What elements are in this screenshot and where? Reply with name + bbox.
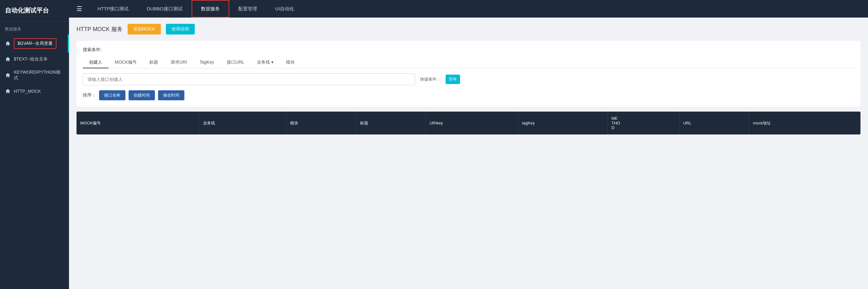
search-tab-creator[interactable]: 创建人 bbox=[83, 57, 108, 68]
quick-condition-button[interactable]: 所有 bbox=[445, 74, 460, 84]
sort-row: 排序： 接口名称 创建时间 修改时间 bbox=[83, 90, 854, 100]
search-input[interactable] bbox=[83, 73, 415, 85]
sidebar-item-label-text: $TEXT--组合文本 bbox=[14, 57, 48, 62]
topnav-tabs: HTTP接口测试 DUBBO接口测试 数据服务 配置管理 UI自动化 bbox=[88, 0, 303, 18]
data-table: MOCK编号 业务线 模块 标题 URIkey tagKey ME THO D … bbox=[76, 111, 861, 134]
search-tab-biz[interactable]: 业务线 ▾ bbox=[251, 57, 280, 68]
search-tab-mock-no[interactable]: MOCK编号 bbox=[108, 57, 143, 68]
sidebar-item-label-http-mock: HTTP_MOCK bbox=[14, 89, 41, 94]
service-title: HTTP MOCK 服务 bbox=[76, 25, 123, 33]
search-section: 搜索条件: 创建人 MOCK编号 标题 请求URI TagKey bbox=[76, 41, 861, 106]
search-tab-module[interactable]: 模块 bbox=[280, 57, 301, 68]
th-url: URL bbox=[679, 111, 749, 134]
hamburger-icon[interactable]: ☰ bbox=[74, 2, 85, 15]
home-icon-gvar bbox=[5, 41, 11, 46]
th-mock-no: MOCK编号 bbox=[76, 111, 199, 134]
th-biz-line: 业务线 bbox=[199, 111, 286, 134]
sort-by-update-time-button[interactable]: 修改时间 bbox=[158, 90, 184, 100]
service-header: HTTP MOCK 服务 添加MOCK 使用说明 bbox=[76, 24, 861, 34]
sort-label: 排序： bbox=[83, 93, 96, 98]
content-area: HTTP MOCK 服务 添加MOCK 使用说明 搜索条件: 创建人 MOCK编… bbox=[69, 18, 868, 289]
sidebar: 自动化测试平台 数据服务 $GVAR--全局变量 $TEXT--组合文本 KEY… bbox=[0, 0, 69, 289]
tab-dubbo[interactable]: DUBBO接口测试 bbox=[138, 0, 191, 18]
th-mock-addr: mock地址 bbox=[749, 111, 861, 134]
tab-data[interactable]: 数据服务 bbox=[192, 0, 229, 18]
home-icon-text bbox=[5, 57, 11, 62]
th-title: 标题 bbox=[356, 111, 426, 134]
topnav: ☰ HTTP接口测试 DUBBO接口测试 数据服务 配置管理 UI自动化 bbox=[69, 0, 868, 18]
sidebar-section-title: 数据服务 bbox=[0, 21, 69, 34]
add-mock-button[interactable]: 添加MOCK bbox=[128, 24, 161, 34]
tab-ui[interactable]: UI自动化 bbox=[266, 0, 303, 18]
search-tabs: 创建人 MOCK编号 标题 请求URI TagKey 接口URL bbox=[83, 57, 854, 68]
home-icon-http-mock bbox=[5, 88, 11, 94]
sidebar-item-label-keyword: KEYWORD/PYTHON模式 bbox=[14, 70, 64, 81]
search-tab-tagkey[interactable]: TagKey bbox=[193, 57, 220, 68]
search-tab-title[interactable]: 标题 bbox=[143, 57, 164, 68]
sort-by-name-button[interactable]: 接口名称 bbox=[99, 90, 125, 100]
sidebar-item-http-mock[interactable]: HTTP_MOCK bbox=[0, 85, 69, 98]
sidebar-item-label-gvar: $GVAR--全局变量 bbox=[14, 38, 57, 49]
sort-by-create-time-button[interactable]: 创建时间 bbox=[129, 90, 155, 100]
tab-http[interactable]: HTTP接口测试 bbox=[88, 0, 138, 18]
active-bar bbox=[68, 34, 69, 53]
search-tab-url[interactable]: 接口URL bbox=[220, 57, 251, 68]
search-tab-uri[interactable]: 请求URI bbox=[164, 57, 193, 68]
tab-config[interactable]: 配置管理 bbox=[229, 0, 266, 18]
sidebar-item-keyword[interactable]: KEYWORD/PYTHON模式 bbox=[0, 66, 69, 85]
table-container: MOCK编号 业务线 模块 标题 URIkey tagKey ME THO D … bbox=[76, 111, 861, 134]
th-tagkey: tagKey bbox=[518, 111, 608, 134]
sidebar-item-text[interactable]: $TEXT--组合文本 bbox=[0, 53, 69, 66]
home-icon-keyword bbox=[5, 72, 11, 78]
th-module: 模块 bbox=[286, 111, 356, 134]
quick-condition-label: 快捷条件： bbox=[420, 76, 441, 82]
usage-button[interactable]: 使用说明 bbox=[166, 24, 195, 34]
app-title: 自动化测试平台 bbox=[0, 0, 69, 21]
th-method: ME THO D bbox=[608, 111, 680, 134]
main-area: ☰ HTTP接口测试 DUBBO接口测试 数据服务 配置管理 UI自动化 HTT… bbox=[69, 0, 868, 289]
search-input-row: 快捷条件： 所有 bbox=[83, 73, 854, 85]
sidebar-item-gvar[interactable]: $GVAR--全局变量 bbox=[0, 34, 69, 53]
search-label: 搜索条件: bbox=[83, 47, 854, 53]
th-urikey: URIkey bbox=[426, 111, 518, 134]
table-header-row: MOCK编号 业务线 模块 标题 URIkey tagKey ME THO D … bbox=[76, 111, 861, 134]
